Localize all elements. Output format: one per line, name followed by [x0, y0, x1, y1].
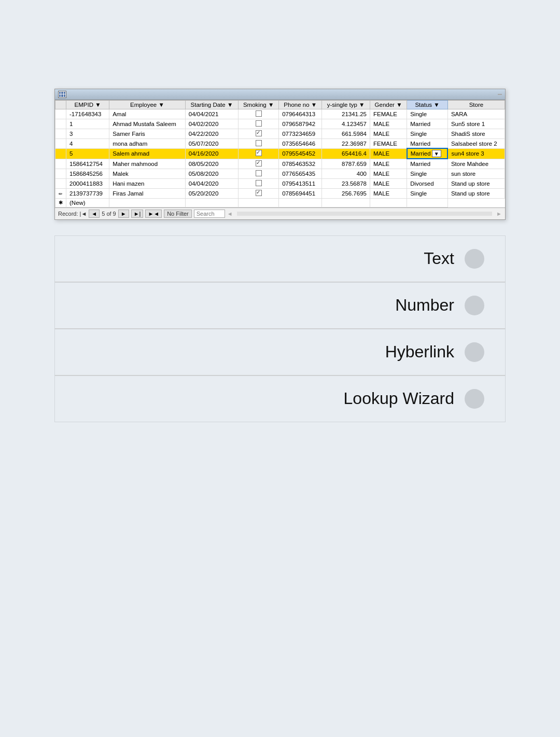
new-row-cell[interactable] — [370, 198, 407, 207]
cell-starting-date: 04/04/2021 — [185, 109, 238, 119]
answer-label-hyberlink: Hyberlink — [385, 342, 454, 361]
scroll-left-arrow: ◄ — [227, 211, 233, 217]
cell-store: Stand up store — [447, 188, 505, 198]
col-gender[interactable]: Gender ▼ — [370, 100, 407, 109]
new-row-cell[interactable]: (New) — [66, 198, 109, 207]
cell-gender: MALE — [370, 188, 407, 198]
col-smoking[interactable]: Smoking ▼ — [239, 100, 279, 109]
cell-smoking[interactable] — [239, 148, 279, 159]
window-close-button[interactable] — [498, 94, 502, 95]
answer-option-number[interactable]: Number — [54, 282, 506, 329]
cell-employee: Amal — [109, 109, 186, 119]
col-employee[interactable]: Employee ▼ — [109, 100, 186, 109]
new-row-cell[interactable] — [109, 198, 186, 207]
col-starting-date[interactable]: Starting Date ▼ — [185, 100, 238, 109]
col-store[interactable]: Store — [447, 100, 505, 109]
status-dropdown[interactable]: Married▼ — [411, 150, 444, 157]
radio-lookup-wizard[interactable] — [465, 389, 484, 409]
col-phone-no[interactable]: Phone no ▼ — [279, 100, 322, 109]
cell-smoking[interactable] — [239, 169, 279, 178]
cell-store: sun store — [447, 169, 505, 178]
navigation-bar: Record: |◄ ◄ 5 of 9 ► ►| ►◄ No Filter ◄ … — [55, 207, 505, 219]
cell-starting-date: 05/07/2020 — [185, 138, 238, 148]
cell-phone: 0795545452 — [279, 148, 322, 159]
new-row-cell[interactable] — [407, 198, 448, 207]
cell-status: Married — [407, 119, 448, 129]
cell-gender: MALE — [370, 129, 407, 138]
col-status[interactable]: Status ▼ — [407, 100, 448, 109]
answer-option-hyberlink[interactable]: Hyberlink — [54, 329, 506, 376]
cell-gender: MALE — [370, 178, 407, 188]
datasheet-container: EMPID ▼ Employee ▼ Starting Date ▼ Smoki… — [55, 100, 505, 207]
new-row-cell[interactable] — [322, 198, 370, 207]
cell-smoking[interactable] — [239, 138, 279, 148]
answer-label-text: Text — [424, 249, 454, 268]
nav-new-button[interactable]: ►◄ — [145, 210, 162, 218]
search-input[interactable] — [194, 210, 225, 218]
cell-gender: MALE — [370, 148, 407, 159]
cell-employee: Salem ahmad — [109, 148, 186, 159]
cell-starting-date: 04/16/2020 — [185, 148, 238, 159]
radio-number[interactable] — [465, 296, 484, 315]
cell-phone: 0795413511 — [279, 178, 322, 188]
new-row-cell[interactable] — [279, 198, 322, 207]
radio-text[interactable] — [465, 249, 484, 269]
cell-starting-date: 08/05/2020 — [185, 159, 238, 169]
cell-employee: Malek — [109, 169, 186, 178]
scroll-right-arrow: ► — [496, 211, 502, 217]
row-selector — [55, 109, 66, 119]
cell-smoking[interactable] — [239, 178, 279, 188]
cell-phone: 0773234659 — [279, 129, 322, 138]
new-row-selector: ✱ — [55, 198, 66, 207]
cell-store: sun4 store 3 — [447, 148, 505, 159]
nav-next-button[interactable]: ► — [118, 210, 129, 218]
new-row-cell[interactable] — [239, 198, 279, 207]
cell-status: Married — [407, 138, 448, 148]
cell-empid: 2139737739 — [66, 188, 109, 198]
cell-smoking[interactable] — [239, 159, 279, 169]
row-selector — [55, 129, 66, 138]
cell-smoking[interactable] — [239, 109, 279, 119]
status-dropdown-button[interactable]: ▼ — [432, 150, 441, 157]
cell-empid: 3 — [66, 129, 109, 138]
cell-y-single: 4.123457 — [322, 119, 370, 129]
cell-store: Sun5 store 1 — [447, 119, 505, 129]
nav-prev-button[interactable]: ◄ — [89, 210, 100, 218]
cell-smoking[interactable] — [239, 119, 279, 129]
record-info: 5 of 9 — [102, 211, 116, 217]
new-row-cell[interactable] — [185, 198, 238, 207]
col-y-single-typ[interactable]: y-single typ ▼ — [322, 100, 370, 109]
cell-smoking[interactable] — [239, 129, 279, 138]
cell-smoking[interactable] — [239, 188, 279, 198]
cell-employee: Maher mahmood — [109, 159, 186, 169]
row-selector — [55, 169, 66, 178]
page-container: EMPID ▼ Employee ▼ Starting Date ▼ Smoki… — [0, 0, 560, 443]
cell-starting-date: 05/08/2020 — [185, 169, 238, 178]
cell-y-single: 22.36987 — [322, 138, 370, 148]
cell-y-single: 21341.25 — [322, 109, 370, 119]
answer-option-lookup-wizard[interactable]: Lookup Wizard — [54, 376, 506, 422]
answer-option-text[interactable]: Text — [54, 235, 506, 282]
no-filter-button[interactable]: No Filter — [164, 210, 192, 218]
cell-gender: FEMALE — [370, 109, 407, 119]
cell-gender: MALE — [370, 159, 407, 169]
cell-starting-date: 05/20/2020 — [185, 188, 238, 198]
horizontal-scrollbar[interactable] — [237, 212, 492, 216]
cell-y-single: 23.56878 — [322, 178, 370, 188]
cell-status[interactable]: Married▼ — [407, 148, 448, 159]
cell-empid: 1586412754 — [66, 159, 109, 169]
nav-last-button[interactable]: ►| — [131, 210, 144, 218]
window-title-left — [58, 91, 69, 98]
cell-employee: Samer Faris — [109, 129, 186, 138]
cell-phone: 0785694451 — [279, 188, 322, 198]
table-icon — [58, 91, 66, 98]
cell-status: Single — [407, 169, 448, 178]
cell-y-single: 661.5984 — [322, 129, 370, 138]
row-selector — [55, 159, 66, 169]
cell-store: Salsabeel store 2 — [447, 138, 505, 148]
cell-empid: 4 — [66, 138, 109, 148]
cell-gender: FEMALE — [370, 138, 407, 148]
radio-hyberlink[interactable] — [465, 342, 484, 362]
answer-options: TextNumberHyberlinkLookup Wizard — [54, 235, 506, 422]
col-empid[interactable]: EMPID ▼ — [66, 100, 109, 109]
